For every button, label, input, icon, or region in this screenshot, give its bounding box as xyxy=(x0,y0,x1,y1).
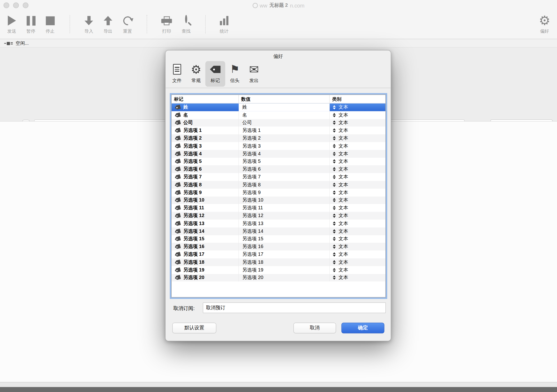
table-row[interactable]: 另选项 16 另选项 16 文本 xyxy=(172,243,385,251)
tab-tags[interactable]: 标记 xyxy=(205,61,225,87)
toolbar-divider xyxy=(70,15,70,33)
type-stepper[interactable] xyxy=(333,113,336,117)
table-row[interactable]: 另选项 9 另选项 9 文本 xyxy=(172,189,385,196)
tab-general[interactable]: ⚙ 常规 xyxy=(186,61,206,87)
preferences-button[interactable]: ⚙ 偏好 xyxy=(534,13,554,35)
column-header-value[interactable]: 数值 xyxy=(239,95,330,103)
type-stepper[interactable] xyxy=(333,190,336,195)
find-button[interactable]: 查找 xyxy=(176,13,196,35)
row-value[interactable]: 另选项 18 xyxy=(239,258,330,266)
ok-button[interactable]: 确定 xyxy=(341,323,385,334)
row-value[interactable]: 另选项 15 xyxy=(239,235,330,243)
type-stepper[interactable] xyxy=(333,245,336,249)
type-stepper[interactable] xyxy=(333,276,336,280)
table-row[interactable]: 另选项 17 另选项 17 文本 xyxy=(172,251,385,258)
cancel-button[interactable]: 取消 xyxy=(294,323,336,334)
table-row[interactable]: 另选项 18 另选项 18 文本 xyxy=(172,258,385,266)
type-stepper[interactable] xyxy=(333,252,336,257)
table-row[interactable]: 另选项 10 另选项 10 文本 xyxy=(172,196,385,204)
type-stepper[interactable] xyxy=(333,175,336,179)
export-button[interactable]: 导出 xyxy=(98,13,118,35)
row-value[interactable]: 姓 xyxy=(239,103,330,111)
type-stepper[interactable] xyxy=(333,121,336,125)
type-stepper[interactable] xyxy=(333,229,336,234)
type-stepper[interactable] xyxy=(333,237,336,241)
tab-header[interactable]: ⚑ 信头 xyxy=(225,61,245,87)
table-row[interactable]: 另选项 6 另选项 6 文本 xyxy=(172,165,385,173)
tab-outgoing[interactable]: ✉ 发出 xyxy=(244,61,264,87)
type-stepper[interactable] xyxy=(333,198,336,203)
type-stepper[interactable] xyxy=(333,183,336,187)
table-row[interactable]: 另选项 3 另选项 3 文本 xyxy=(172,142,385,150)
send-button[interactable]: 发送 xyxy=(2,13,22,35)
import-button[interactable]: 导入 xyxy=(79,13,99,35)
type-stepper[interactable] xyxy=(333,136,336,141)
row-value[interactable]: 另选项 11 xyxy=(239,204,330,212)
row-value[interactable]: 另选项 20 xyxy=(239,274,330,282)
table-row[interactable]: 另选项 1 另选项 1 文本 xyxy=(172,127,385,134)
row-value[interactable]: 另选项 9 xyxy=(239,189,330,196)
table-row[interactable]: 另选项 20 另选项 20 文本 xyxy=(172,274,385,282)
stats-button[interactable]: 统计 xyxy=(214,13,234,35)
defaults-button[interactable]: 默认设置 xyxy=(172,323,216,334)
table-row[interactable]: 另选项 8 另选项 8 文本 xyxy=(172,181,385,189)
row-value[interactable]: 名 xyxy=(239,111,330,119)
print-button[interactable]: 打印 xyxy=(156,13,176,35)
type-stepper[interactable] xyxy=(333,221,336,226)
table-row[interactable]: 名 名 文本 xyxy=(172,111,385,119)
type-stepper[interactable] xyxy=(333,144,336,148)
row-value[interactable]: 另选项 13 xyxy=(239,220,330,228)
type-cell: 文本 xyxy=(329,111,385,119)
row-value[interactable]: 公司 xyxy=(239,119,330,127)
stop-button[interactable]: 停止 xyxy=(40,13,60,35)
type-stepper[interactable] xyxy=(333,214,336,218)
column-header-tag[interactable]: 标记 xyxy=(172,95,238,103)
row-value[interactable]: 另选项 2 xyxy=(239,134,330,142)
row-tag-label: 另选项 3 xyxy=(183,143,202,149)
row-value[interactable]: 另选项 4 xyxy=(239,150,330,157)
unsubscribe-input[interactable] xyxy=(203,302,386,313)
row-value[interactable]: 另选项 16 xyxy=(239,243,330,251)
row-value[interactable]: 另选项 17 xyxy=(239,251,330,258)
row-value[interactable]: 另选项 19 xyxy=(239,266,330,274)
tag-cell: 另选项 19 xyxy=(172,266,238,274)
table-row[interactable]: 另选项 2 另选项 2 文本 xyxy=(172,134,385,142)
type-stepper[interactable] xyxy=(333,167,336,172)
table-row[interactable]: 另选项 4 另选项 4 文本 xyxy=(172,150,385,157)
row-tag-label: 另选项 19 xyxy=(183,267,205,273)
row-value[interactable]: 另选项 7 xyxy=(239,173,330,181)
row-type-label: 文本 xyxy=(338,166,348,172)
table-row[interactable]: 另选项 11 另选项 11 文本 xyxy=(172,204,385,212)
row-value[interactable]: 另选项 3 xyxy=(239,142,330,150)
pause-button[interactable]: 暂停 xyxy=(21,13,41,35)
table-row[interactable]: 另选项 12 另选项 12 文本 xyxy=(172,212,385,220)
tab-files[interactable]: 文件 xyxy=(167,61,187,87)
row-type-label: 文本 xyxy=(338,244,348,250)
type-stepper[interactable] xyxy=(333,159,336,164)
type-cell: 文本 xyxy=(329,228,385,235)
row-value[interactable]: 另选项 8 xyxy=(239,181,330,189)
table-row[interactable]: 另选项 19 另选项 19 文本 xyxy=(172,266,385,274)
column-header-type[interactable]: 类别 xyxy=(329,95,385,103)
table-row[interactable]: 另选项 15 另选项 15 文本 xyxy=(172,235,385,243)
table-row[interactable]: 另选项 13 另选项 13 文本 xyxy=(172,220,385,228)
table-row[interactable]: 公司 公司 文本 xyxy=(172,119,385,127)
type-stepper[interactable] xyxy=(333,129,336,133)
row-value[interactable]: 另选项 5 xyxy=(239,157,330,165)
row-value[interactable]: 另选项 1 xyxy=(239,127,330,134)
row-value[interactable]: 另选项 14 xyxy=(239,228,330,235)
type-stepper[interactable] xyxy=(333,268,336,272)
type-stepper[interactable] xyxy=(333,105,336,110)
row-value[interactable]: 另选项 12 xyxy=(239,212,330,220)
table-row[interactable]: 姓 姓 文本 xyxy=(172,103,385,111)
type-stepper[interactable] xyxy=(333,206,336,210)
table-row[interactable]: 另选项 14 另选项 14 文本 xyxy=(172,228,385,235)
row-value[interactable]: 另选项 10 xyxy=(239,196,330,204)
type-stepper[interactable] xyxy=(333,260,336,264)
reset-button[interactable]: 重置 xyxy=(118,13,138,35)
table-row[interactable]: 另选项 5 另选项 5 文本 xyxy=(172,157,385,165)
table-row[interactable]: 另选项 7 另选项 7 文本 xyxy=(172,173,385,181)
row-tag-label: 另选项 8 xyxy=(183,181,202,188)
row-value[interactable]: 另选项 6 xyxy=(239,165,330,173)
type-stepper[interactable] xyxy=(333,152,336,156)
